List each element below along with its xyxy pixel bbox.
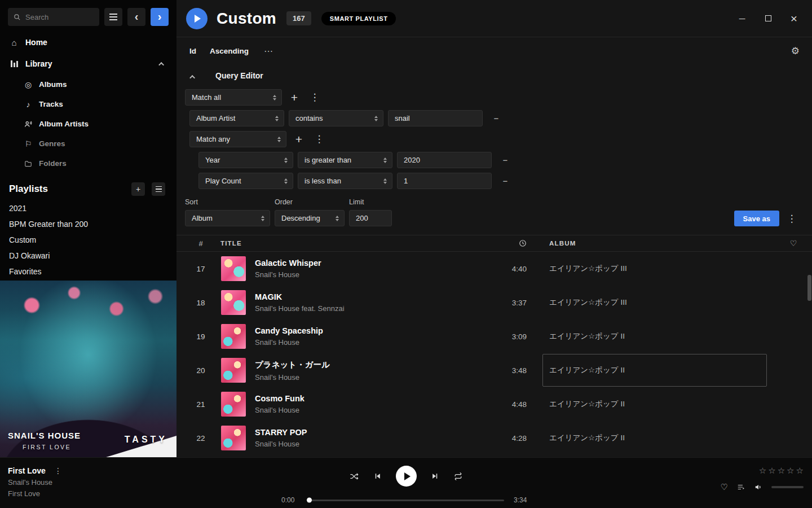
group-rule-value-input[interactable]: [397, 173, 492, 189]
remove-group-rule-button[interactable]: −: [497, 152, 513, 168]
match-any-select[interactable]: Match any: [189, 131, 286, 147]
library-icon: [9, 60, 19, 67]
save-as-button[interactable]: Save as: [734, 211, 779, 226]
rating-star[interactable]: ☆: [796, 466, 804, 476]
sort-direction-button[interactable]: Ascending: [210, 47, 249, 55]
match-all-select[interactable]: Match all: [185, 89, 282, 106]
volume-slider[interactable]: [771, 486, 804, 488]
track-artist: Snail's House: [255, 270, 488, 279]
duration-column-header[interactable]: [508, 239, 527, 247]
scrollbar-thumb[interactable]: [807, 275, 811, 301]
sort-field-button[interactable]: Id: [189, 47, 196, 55]
limit-input[interactable]: [349, 210, 392, 226]
album-cell[interactable]: エイリアン☆ポップ III: [527, 286, 775, 319]
back-button[interactable]: ‹: [127, 8, 145, 26]
maximize-button[interactable]: [763, 14, 773, 24]
group-rule-operator-select[interactable]: is greater than: [298, 152, 392, 168]
queue-button[interactable]: [736, 483, 745, 491]
shuffle-button[interactable]: [349, 472, 359, 481]
close-button[interactable]: ×: [789, 14, 799, 24]
track-list: 17 Galactic Whisper Snail's House 4:40 エ…: [176, 252, 812, 457]
group-rule-value-input[interactable]: [397, 152, 492, 168]
album-cell[interactable]: エイリアン☆ポップ II: [527, 387, 775, 421]
favorite-column-header[interactable]: ♡: [775, 239, 812, 248]
track-duration: 4:40: [488, 265, 527, 273]
track-row[interactable]: 22 STARRY POP Snail's House 4:28 エイリアン☆ポ…: [176, 421, 812, 455]
gear-icon[interactable]: ⚙: [791, 45, 800, 57]
playlists-title: Playlists: [9, 183, 48, 195]
album-cell[interactable]: エイリアン☆ポップ II: [527, 421, 775, 455]
group-rule-field-select[interactable]: Play Count: [198, 173, 293, 189]
remove-group-rule-button[interactable]: −: [497, 173, 513, 189]
album-column-header[interactable]: ALBUM: [527, 240, 775, 247]
repeat-button[interactable]: [453, 472, 463, 481]
title-column-header[interactable]: TITLE: [220, 240, 508, 247]
group-rule-field-select[interactable]: Year: [198, 152, 293, 168]
query-editor-title: Query Editor: [215, 71, 263, 80]
rating-star[interactable]: ☆: [768, 466, 775, 476]
track-album: エイリアン☆ポップ II: [549, 433, 625, 443]
now-playing-menu-button[interactable]: ⋮: [54, 466, 62, 475]
playlist-item[interactable]: BPM Greater than 200: [0, 216, 176, 232]
playlist-item[interactable]: Favorites: [0, 264, 176, 279]
collapse-query-editor-button[interactable]: [185, 73, 201, 79]
volume-button[interactable]: [754, 483, 763, 491]
add-rule-button[interactable]: +: [286, 90, 302, 106]
minimize-button[interactable]: ─: [737, 14, 747, 24]
rule-operator-select[interactable]: contains: [289, 110, 383, 126]
rating-star[interactable]: ☆: [759, 466, 766, 476]
track-row[interactable]: 18 MAGIK Snail's House feat. Sennzai 3:3…: [176, 286, 812, 319]
sidebar-item-albums[interactable]: ◎ Albums: [0, 75, 176, 94]
track-row[interactable]: 17 Galactic Whisper Snail's House 4:40 エ…: [176, 252, 812, 286]
playlist-item[interactable]: Custom: [0, 232, 176, 248]
play-playlist-button[interactable]: [186, 8, 208, 29]
album-cell[interactable]: エイリアン☆ポップ II: [527, 319, 775, 353]
tracks-label: Tracks: [39, 100, 63, 108]
sidebar-item-home[interactable]: ⌂ Home: [0, 32, 176, 53]
add-playlist-button[interactable]: +: [131, 182, 145, 196]
sort-select[interactable]: Album: [185, 210, 270, 226]
seek-bar[interactable]: [308, 500, 504, 501]
track-album: エイリアン☆ポップ III: [549, 297, 627, 308]
search-input[interactable]: [25, 13, 87, 21]
play-pause-button[interactable]: [396, 466, 417, 487]
playlist-item[interactable]: 2021: [0, 200, 176, 216]
track-row[interactable]: 19 Candy Spaceship Snail's House 3:09 エイ…: [176, 319, 812, 353]
track-row[interactable]: 21 Cosmo Funk Snail's House 4:48 エイリアン☆ポ…: [176, 387, 812, 421]
next-button[interactable]: [431, 472, 439, 480]
album-cell[interactable]: エイリアン☆ポップ II: [527, 353, 775, 387]
album-artists-icon: [24, 120, 33, 128]
sidebar-item-genres[interactable]: ⚐ Genres: [0, 134, 176, 154]
sidebar-item-folders[interactable]: Folders: [0, 154, 176, 173]
rating-star[interactable]: ☆: [787, 466, 794, 476]
more-options-button[interactable]: ⋯: [264, 46, 273, 56]
playlist-options-button[interactable]: [152, 182, 165, 196]
save-menu-button[interactable]: ⋮: [784, 211, 800, 226]
rating-star[interactable]: ☆: [778, 466, 785, 476]
playlist-item[interactable]: DJ Okawari: [0, 248, 176, 264]
sidebar-item-library[interactable]: Library: [0, 53, 176, 75]
order-label: Order: [275, 198, 345, 206]
order-select[interactable]: Descending: [275, 210, 345, 226]
album-cell[interactable]: エイリアン☆ポップ III: [527, 252, 775, 286]
menu-button[interactable]: [104, 8, 122, 26]
sidebar-item-tracks[interactable]: ♪ Tracks: [0, 94, 176, 114]
track-row[interactable]: 20 プラネット・ガール Snail's House 3:48 エイリアン☆ポッ…: [176, 353, 812, 387]
seek-knob[interactable]: [307, 498, 312, 503]
forward-button[interactable]: ›: [151, 8, 169, 26]
index-column-header[interactable]: #: [189, 239, 212, 248]
remove-rule-button[interactable]: −: [488, 111, 504, 126]
add-group-rule-button[interactable]: +: [291, 132, 307, 147]
search-box[interactable]: [8, 8, 99, 26]
sidebar-item-album-artists[interactable]: Album Artists: [0, 114, 176, 134]
rule-field-select[interactable]: Album Artist: [189, 110, 284, 126]
previous-button[interactable]: [373, 472, 382, 480]
group-rule-operator-select[interactable]: is less than: [298, 173, 392, 189]
group-menu-button[interactable]: ⋮: [311, 132, 327, 147]
favorite-button[interactable]: ♡: [721, 482, 728, 492]
track-artist: Snail's House feat. Sennzai: [255, 304, 488, 313]
track-index: 22: [189, 434, 212, 443]
genres-icon: ⚐: [24, 139, 33, 148]
rule-group-menu-button[interactable]: ⋮: [307, 90, 323, 106]
rule-value-input[interactable]: [388, 110, 483, 126]
